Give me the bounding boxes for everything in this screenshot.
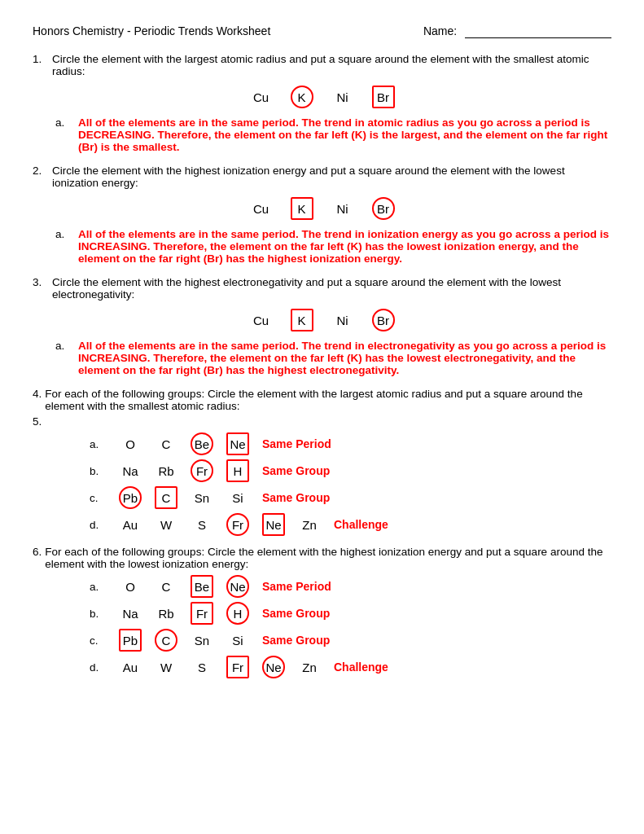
questions-container: 1.Circle the element with the largest at… bbox=[33, 53, 611, 376]
element-c: C bbox=[155, 432, 177, 455]
sub-letter: a. bbox=[55, 340, 73, 376]
element-ne: Ne bbox=[226, 575, 249, 598]
element-sn: Sn bbox=[191, 629, 213, 652]
element-ni: Ni bbox=[331, 197, 354, 220]
page-header: Honors Chemistry - Periodic Trends Works… bbox=[33, 24, 611, 38]
q6-text: For each of the following groups: Circle… bbox=[45, 546, 611, 570]
name-field: Name: bbox=[423, 24, 611, 38]
q4-text: For each of the following groups: Circle… bbox=[45, 388, 611, 412]
element-cu: Cu bbox=[250, 197, 273, 220]
name-underline bbox=[465, 24, 611, 38]
element-au: Au bbox=[119, 656, 142, 678]
element-zn: Zn bbox=[298, 656, 321, 678]
question-3: 3.Circle the element with the highest el… bbox=[33, 276, 611, 376]
group-row: c.PbCSnSiSame Group bbox=[90, 629, 611, 652]
sub-answer: a.All of the elements are in the same pe… bbox=[55, 340, 611, 376]
question-1: 1.Circle the element with the largest at… bbox=[33, 53, 611, 153]
element-c: C bbox=[155, 575, 177, 598]
element-w: W bbox=[155, 513, 177, 536]
q-number: 2. bbox=[33, 165, 47, 189]
element-row: CuKNiBr bbox=[33, 86, 611, 108]
element-h: H bbox=[226, 602, 249, 625]
element-h: H bbox=[226, 459, 249, 482]
element-si: Si bbox=[226, 486, 249, 509]
group-letter: c. bbox=[90, 634, 106, 647]
element-br: Br bbox=[372, 86, 395, 108]
element-pb: Pb bbox=[119, 486, 142, 509]
element-s: S bbox=[191, 656, 213, 678]
element-na: Na bbox=[119, 459, 142, 482]
element-cu: Cu bbox=[250, 86, 273, 108]
element-cu: Cu bbox=[250, 309, 273, 331]
q4-row: 4. For each of the following groups: Cir… bbox=[33, 388, 611, 412]
q-text: Circle the element with the highest ioni… bbox=[52, 165, 611, 189]
element-o: O bbox=[119, 575, 142, 598]
group-letter: b. bbox=[90, 465, 106, 477]
group-row: a.OCBeNeSame Period bbox=[90, 575, 611, 598]
q-number: 3. bbox=[33, 276, 47, 301]
group-letter: d. bbox=[90, 661, 106, 674]
element-s: S bbox=[191, 513, 213, 536]
group-tag: Challenge bbox=[334, 661, 388, 674]
element-k: K bbox=[291, 309, 313, 331]
q-text: Circle the element with the largest atom… bbox=[52, 53, 611, 77]
element-ne: Ne bbox=[262, 513, 285, 536]
element-be: Be bbox=[191, 432, 213, 455]
q6-num: 6. bbox=[33, 546, 42, 570]
element-ni: Ni bbox=[331, 86, 354, 108]
element-fr: Fr bbox=[226, 656, 249, 678]
element-rb: Rb bbox=[155, 602, 177, 625]
sub-letter: a. bbox=[55, 228, 73, 265]
element-c: C bbox=[155, 629, 177, 652]
element-be: Be bbox=[191, 575, 213, 598]
groups-ionization: a.OCBeNeSame Periodb.NaRbFrHSame Groupc.… bbox=[33, 575, 611, 678]
group-row: a.OCBeNeSame Period bbox=[90, 432, 611, 455]
q5-row: 5. bbox=[33, 415, 611, 428]
element-k: K bbox=[291, 197, 313, 220]
group-tag: Same Group bbox=[262, 607, 330, 620]
element-rb: Rb bbox=[155, 459, 177, 482]
element-br: Br bbox=[372, 309, 395, 331]
element-fr: Fr bbox=[191, 602, 213, 625]
element-au: Au bbox=[119, 513, 142, 536]
element-ni: Ni bbox=[331, 309, 354, 331]
group-row: c.PbCSnSiSame Group bbox=[90, 486, 611, 509]
group-row: b.NaRbFrHSame Group bbox=[90, 459, 611, 482]
element-ne: Ne bbox=[226, 432, 249, 455]
sub-answer: a.All of the elements are in the same pe… bbox=[55, 228, 611, 265]
group-letter: a. bbox=[90, 438, 106, 450]
element-na: Na bbox=[119, 602, 142, 625]
sub-answer-text: All of the elements are in the same peri… bbox=[78, 116, 611, 153]
question-2: 2.Circle the element with the highest io… bbox=[33, 165, 611, 265]
group-letter: a. bbox=[90, 581, 106, 593]
element-fr: Fr bbox=[191, 459, 213, 482]
element-ne: Ne bbox=[262, 656, 285, 678]
element-si: Si bbox=[226, 629, 249, 652]
element-k: K bbox=[291, 86, 313, 108]
element-row: CuKNiBr bbox=[33, 197, 611, 220]
worksheet-title: Honors Chemistry - Periodic Trends Works… bbox=[33, 24, 270, 38]
group-letter: b. bbox=[90, 608, 106, 620]
element-pb: Pb bbox=[119, 629, 142, 652]
group-tag: Same Group bbox=[262, 491, 330, 504]
q5-num: 5. bbox=[33, 415, 42, 428]
q6-row: 6. For each of the following groups: Cir… bbox=[33, 546, 611, 570]
q-number: 1. bbox=[33, 53, 47, 77]
element-row: CuKNiBr bbox=[33, 309, 611, 331]
group-letter: d. bbox=[90, 519, 106, 531]
sub-letter: a. bbox=[55, 116, 73, 153]
group-letter: c. bbox=[90, 492, 106, 504]
sub-answer: a.All of the elements are in the same pe… bbox=[55, 116, 611, 153]
sub-answer-text: All of the elements are in the same peri… bbox=[78, 340, 611, 376]
q-text: Circle the element with the highest elec… bbox=[52, 276, 611, 301]
group-tag: Same Period bbox=[262, 580, 331, 593]
element-sn: Sn bbox=[191, 486, 213, 509]
groups-atomic: a.OCBeNeSame Periodb.NaRbFrHSame Groupc.… bbox=[33, 432, 611, 536]
group-tag: Same Group bbox=[262, 464, 330, 477]
q4-num: 4. bbox=[33, 388, 42, 412]
element-o: O bbox=[119, 432, 142, 455]
element-c: C bbox=[155, 486, 177, 509]
element-w: W bbox=[155, 656, 177, 678]
group-tag: Same Period bbox=[262, 437, 331, 450]
group-row: b.NaRbFrHSame Group bbox=[90, 602, 611, 625]
